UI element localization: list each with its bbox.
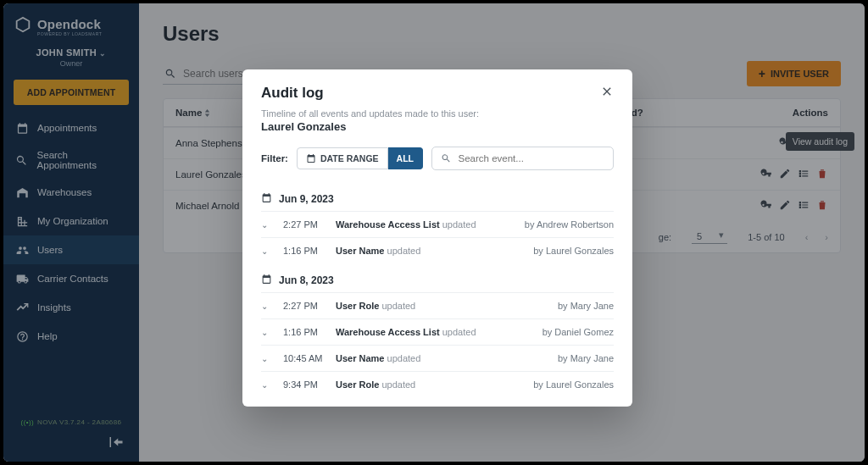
event-desc: User Name updated (336, 246, 526, 256)
audit-log-modal: Audit log Timeline of all events and upd… (242, 69, 632, 407)
event-time: 9:34 PM (283, 379, 329, 390)
expand-event-button[interactable]: ⌄ (261, 220, 276, 230)
audit-event-row: ⌄10:45 AMUser Name updatedby Mary Jane (261, 345, 614, 371)
event-time: 2:27 PM (283, 301, 329, 311)
event-time: 10:45 AM (283, 353, 329, 363)
event-desc: Warehouse Access List updated (336, 327, 536, 337)
search-icon (441, 152, 452, 164)
event-desc: User Role updated (336, 301, 551, 311)
event-desc: User Role updated (336, 379, 526, 390)
modal-title: Audit log (261, 85, 324, 102)
modal-close-button[interactable] (600, 85, 614, 102)
calendar-icon (261, 274, 272, 287)
audit-event-row: ⌄2:27 PMWarehouse Access List updatedby … (261, 211, 614, 237)
event-by: by Laurel Gonzales (533, 379, 614, 390)
event-desc: User Name updated (336, 353, 551, 363)
event-desc: Warehouse Access List updated (336, 219, 518, 230)
event-time: 2:27 PM (283, 219, 329, 230)
event-time: 1:16 PM (283, 327, 329, 337)
filter-label: Filter: (261, 153, 288, 163)
modal-search-input[interactable] (459, 153, 604, 163)
audit-event-row: ⌄1:16 PMUser Name updatedby Laurel Gonza… (261, 237, 614, 263)
expand-event-button[interactable]: ⌄ (261, 246, 276, 256)
event-by: by Laurel Gonzales (533, 246, 614, 256)
filter-all-button[interactable]: ALL (388, 147, 423, 169)
day-header: Jun 9, 2023 (261, 182, 614, 211)
audit-event-row: ⌄2:27 PMUser Role updatedby Mary Jane (261, 292, 614, 318)
expand-event-button[interactable]: ⌄ (261, 354, 276, 363)
expand-event-button[interactable]: ⌄ (261, 328, 276, 337)
event-by: by Mary Jane (558, 353, 614, 363)
event-time: 1:16 PM (283, 246, 329, 256)
event-by: by Andrew Robertson (525, 219, 614, 230)
modal-user: Laurel Gonzales (242, 119, 632, 143)
calendar-icon (261, 192, 272, 206)
audit-event-row: ⌄1:16 PMWarehouse Access List updatedby … (261, 318, 614, 345)
modal-search[interactable] (431, 147, 614, 170)
event-by: by Daniel Gomez (542, 327, 614, 337)
calendar-icon (306, 153, 316, 163)
expand-event-button[interactable]: ⌄ (261, 302, 276, 311)
event-by: by Mary Jane (558, 301, 614, 311)
modal-desc: Timeline of all events and updates made … (242, 108, 632, 119)
day-header: Jun 8, 2023 (261, 263, 614, 292)
audit-event-row: ⌄9:34 PMUser Role updatedby Laurel Gonza… (261, 371, 614, 397)
expand-event-button[interactable]: ⌄ (261, 380, 276, 390)
filter-date-range-button[interactable]: DATE RANGE (297, 147, 388, 169)
